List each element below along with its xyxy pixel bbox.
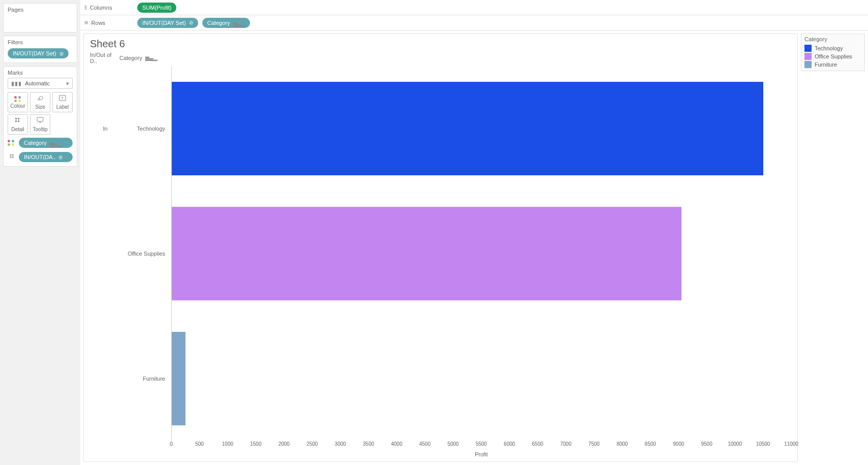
legend-box[interactable]: Category TechnologyOffice SuppliesFurnit…	[801, 34, 865, 71]
svg-rect-12	[12, 157, 14, 158]
axis-tick: 5500	[476, 441, 487, 447]
legend-item[interactable]: Furniture	[804, 60, 861, 69]
pages-panel: Pages	[3, 3, 77, 33]
marks-pill-category-label: Category	[24, 140, 47, 146]
legend-label: Office Supplies	[815, 53, 852, 59]
plot-row	[172, 191, 791, 316]
set-icon: ⊘	[58, 154, 63, 160]
colour-icon	[14, 96, 21, 102]
rows-pill-inout[interactable]: IN/OUT(DAY Set) ⊘	[137, 18, 198, 28]
axis-tick: 11000	[784, 441, 798, 447]
axis-tick: 0	[170, 441, 173, 447]
svg-rect-6	[15, 120, 17, 122]
marks-colour-label: Colour	[10, 103, 25, 109]
marks-detail-button[interactable]: Detail	[8, 114, 28, 135]
axis-tick: 4000	[391, 441, 402, 447]
columns-pill-label: SUM(Profit)	[142, 5, 171, 11]
legend-swatch	[804, 61, 812, 68]
axis-tick: 1000	[222, 441, 233, 447]
bar[interactable]	[172, 82, 763, 176]
row-group-label: In	[90, 66, 120, 191]
main-area: ⦀ Columns SUM(Profit) ≡ Rows IN/OUT(DAY …	[80, 0, 868, 465]
sort-icon[interactable]: ▬▬▬▬▬▬	[145, 56, 158, 60]
bar[interactable]	[172, 332, 185, 426]
rows-pill-category-label: Category	[207, 20, 230, 26]
tooltip-icon	[37, 117, 44, 126]
axis-tick: 6500	[532, 441, 543, 447]
svg-rect-11	[10, 157, 12, 158]
svg-rect-10	[12, 154, 14, 156]
x-axis: 0500100015002000250030003500400045005000…	[171, 441, 791, 449]
marks-type-select[interactable]: ▮▮▮ Automatic ▾	[8, 78, 73, 89]
chevron-down-icon: ▾	[66, 80, 69, 87]
axis-tick: 2000	[278, 441, 290, 447]
axis-tick: 7000	[560, 441, 571, 447]
category-label: Furniture	[120, 316, 171, 441]
header-inout: In/Out of D..	[90, 52, 119, 64]
axis-tick: 9000	[673, 441, 684, 447]
filters-panel: Filters IN/OUT(DAY Set) ⊘	[3, 36, 77, 63]
svg-rect-9	[10, 154, 12, 156]
axis-tick: 9500	[701, 441, 712, 447]
shelves: ⦀ Columns SUM(Profit) ≡ Rows IN/OUT(DAY …	[80, 0, 868, 30]
category-label: Technology	[120, 66, 171, 191]
marks-pill-category[interactable]: Category ▬▬▬▬▬▬	[19, 138, 73, 148]
filter-pill-inout[interactable]: IN/OUT(DAY Set) ⊘	[8, 48, 69, 58]
svg-rect-7	[18, 120, 19, 122]
detail-icon	[8, 153, 17, 161]
axis-tick: 3000	[335, 441, 346, 447]
viz-area: Sheet 6 In/Out of D.. Category ▬▬▬▬▬▬ In…	[83, 34, 798, 462]
marks-title: Marks	[8, 70, 73, 76]
legend-swatch	[804, 53, 812, 60]
set-icon: ⊘	[189, 20, 193, 25]
sheet-title[interactable]: Sheet 6	[84, 34, 797, 52]
marks-label-button[interactable]: T Label	[52, 92, 73, 112]
marks-colour-button[interactable]: Colour	[8, 92, 28, 112]
marks-detail-label: Detail	[11, 127, 24, 132]
marks-type-label: Automatic	[25, 80, 50, 86]
filter-pill-label: IN/OUT(DAY Set)	[13, 50, 56, 56]
sort-icon: ▬▬▬▬▬▬	[50, 139, 62, 146]
legend-item[interactable]: Office Supplies	[804, 52, 861, 60]
marks-panel: Marks ▮▮▮ Automatic ▾ Colour	[3, 66, 77, 167]
rows-icon: ≡	[84, 19, 88, 26]
svg-text:T: T	[61, 96, 64, 101]
detail-icon	[14, 117, 21, 126]
axis-tick: 3500	[363, 441, 374, 447]
legend-panel: Category TechnologyOffice SuppliesFurnit…	[801, 34, 865, 462]
legend-item[interactable]: Technology	[804, 44, 861, 52]
category-label: Office Supplies	[120, 191, 171, 316]
svg-rect-8	[37, 117, 43, 121]
columns-shelf[interactable]: ⦀ Columns SUM(Profit)	[80, 0, 868, 15]
left-sidebar: Pages Filters IN/OUT(DAY Set) ⊘ Marks ▮▮…	[0, 0, 80, 465]
pages-title: Pages	[8, 7, 73, 13]
label-icon: T	[59, 95, 66, 103]
axis-tick: 10000	[728, 441, 742, 447]
columns-icon: ⦀	[84, 4, 87, 12]
rows-pill-inout-label: IN/OUT(DAY Set)	[142, 20, 186, 26]
colour-icon	[8, 140, 17, 146]
columns-pill-profit[interactable]: SUM(Profit)	[137, 3, 176, 13]
svg-point-1	[39, 97, 43, 100]
rows-shelf[interactable]: ≡ Rows IN/OUT(DAY Set) ⊘ Category ▬▬▬▬▬▬	[80, 15, 868, 30]
bar-icon: ▮▮▮	[11, 80, 22, 87]
plot-row	[172, 66, 791, 191]
svg-rect-5	[18, 118, 19, 119]
filters-title: Filters	[8, 39, 73, 45]
legend-swatch	[804, 45, 812, 52]
axis-tick: 10500	[756, 441, 770, 447]
axis-tick: 2500	[306, 441, 318, 447]
columns-label: Columns	[90, 5, 112, 11]
svg-rect-4	[15, 118, 17, 119]
plot-row	[172, 316, 791, 441]
marks-tooltip-button[interactable]: Tooltip	[30, 114, 50, 135]
legend-label: Furniture	[815, 61, 837, 68]
marks-size-button[interactable]: Size	[30, 92, 50, 112]
axis-tick: 1500	[250, 441, 261, 447]
bar[interactable]	[172, 207, 681, 301]
rows-pill-category[interactable]: Category ▬▬▬▬▬▬	[202, 18, 251, 28]
size-icon	[37, 95, 44, 103]
legend-title: Category	[804, 36, 861, 42]
marks-pill-inout[interactable]: IN/OUT(DA.. ⊘	[19, 152, 73, 162]
axis-tick: 4500	[419, 441, 430, 447]
